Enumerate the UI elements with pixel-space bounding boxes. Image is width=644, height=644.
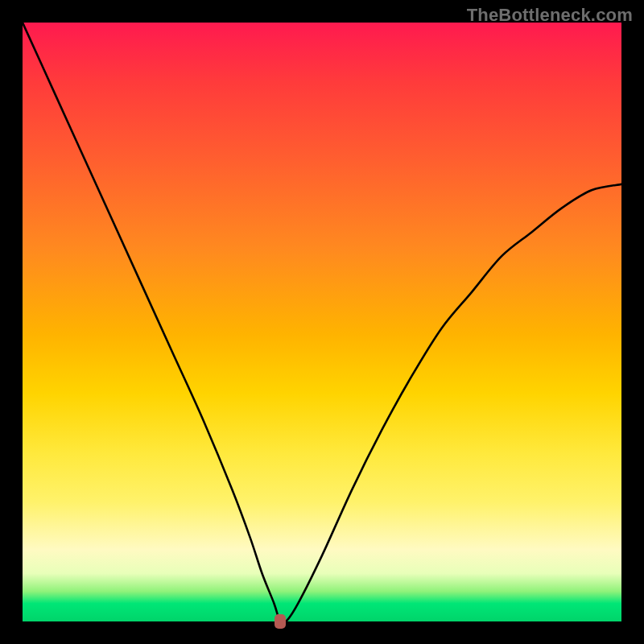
optimal-point-marker	[275, 614, 286, 629]
chart-container: TheBottleneck.com	[0, 0, 644, 644]
bottleneck-curve	[23, 23, 621, 621]
plot-area	[23, 23, 621, 621]
watermark-text: TheBottleneck.com	[467, 5, 633, 26]
